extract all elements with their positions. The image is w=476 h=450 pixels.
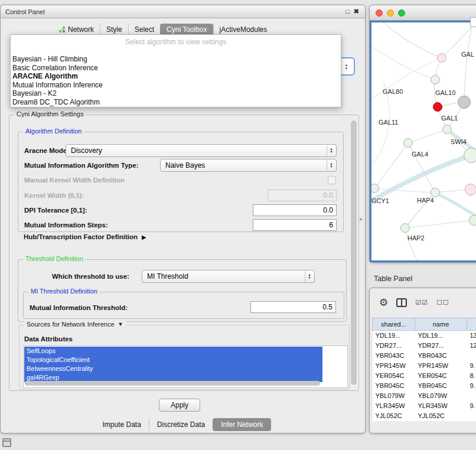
hub-definition-toggle[interactable]: Hub/Transcription Factor Definition ▶: [24, 233, 146, 240]
tab-impute-data[interactable]: Impute Data: [94, 418, 148, 431]
network-node[interactable]: [431, 75, 440, 84]
cell[interactable]: YDL19...: [415, 331, 467, 341]
cell[interactable]: 13: [467, 331, 476, 341]
list-horizontal-scrollbar[interactable]: [25, 381, 320, 386]
network-node[interactable]: [464, 148, 476, 163]
cell[interactable]: YDR27...: [373, 341, 415, 351]
which-threshold-select[interactable]: MI Threshold ▲▼: [142, 270, 315, 283]
table-row[interactable]: YBR043CYBR043C: [373, 351, 476, 361]
apply-button[interactable]: Apply: [159, 399, 200, 412]
column-header[interactable]: name: [415, 318, 467, 331]
float-window-icon[interactable]: □: [345, 8, 350, 15]
cell[interactable]: YDR27...: [415, 341, 467, 351]
mi-steps-field[interactable]: 6: [253, 219, 337, 231]
network-node[interactable]: [400, 223, 410, 233]
cell[interactable]: YJL052C: [373, 411, 415, 421]
scrollbar-thumb[interactable]: [351, 120, 357, 385]
cell[interactable]: 9.: [467, 381, 476, 391]
table-row[interactable]: YDR27...YDR27...12: [373, 341, 476, 351]
settings-scrollbar[interactable]: [350, 119, 357, 386]
network-node[interactable]: [469, 215, 476, 226]
dropdown-item[interactable]: Basic Correlation Inference: [11, 64, 341, 73]
attribute-item-selected[interactable]: TopologicalCoefficient: [24, 356, 322, 364]
cell[interactable]: YLR345W: [373, 401, 415, 411]
table-row[interactable]: YDL19...YDL19...13: [373, 331, 476, 341]
table-row[interactable]: YPR145WYPR145W9.: [373, 361, 476, 371]
select-all-checks-icon[interactable]: ☑☑: [415, 299, 428, 306]
cell[interactable]: YBR043C: [373, 351, 415, 361]
network-node[interactable]: [458, 96, 471, 109]
cell[interactable]: YJL052C: [415, 411, 467, 421]
column-header[interactable]: shared...: [373, 318, 415, 331]
cell[interactable]: YER054C: [373, 371, 415, 381]
network-node[interactable]: [442, 125, 452, 134]
cell[interactable]: [467, 411, 476, 421]
dropdown-item[interactable]: Mutual Information Inference: [11, 81, 341, 90]
attribute-item-selected[interactable]: BetweennessCentrality: [24, 364, 322, 373]
mi-threshold-field[interactable]: 0.5: [250, 301, 336, 313]
minimize-button[interactable]: [387, 9, 394, 17]
dropdown-item-selected[interactable]: ARACNE Algorithm: [11, 72, 341, 81]
dropdown-item[interactable]: Dream8 DC_TDC Algorithm: [11, 98, 341, 107]
table-row[interactable]: YER054CYER054C8.: [373, 371, 476, 381]
kernel-width-field[interactable]: 0.0: [268, 190, 337, 201]
network-node[interactable]: [403, 138, 413, 148]
network-node[interactable]: [437, 53, 446, 63]
kernel-width-label: Kernel Width (0,1):: [24, 192, 84, 199]
attribute-item-selected[interactable]: SelfLoops: [24, 347, 322, 356]
tab-network[interactable]: Network: [53, 24, 100, 35]
table-row[interactable]: YLR345WYLR345W9.: [373, 401, 476, 411]
clear-all-checks-icon[interactable]: ☐☐: [436, 299, 449, 306]
network-node[interactable]: [431, 188, 440, 197]
cell[interactable]: [467, 351, 476, 361]
zoom-button[interactable]: [398, 9, 405, 17]
tab-style[interactable]: Style: [100, 24, 128, 35]
tab-jactivemodules[interactable]: jActiveModules: [213, 24, 273, 35]
cell[interactable]: YBL079W: [415, 391, 467, 401]
cell[interactable]: YBR045C: [373, 381, 415, 391]
cell[interactable]: YBR045C: [415, 381, 467, 391]
cell[interactable]: YLR345W: [415, 401, 467, 411]
cell[interactable]: 8.: [467, 371, 476, 381]
table-row[interactable]: YBR045CYBR045C9.: [373, 381, 476, 391]
tab-infer-network[interactable]: Infer Network: [213, 418, 270, 431]
cell[interactable]: YDL19...: [373, 331, 415, 341]
aracne-mode-select[interactable]: Discovery ▲▼: [66, 144, 337, 157]
cell[interactable]: [467, 391, 476, 401]
cell[interactable]: YBR043C: [415, 351, 467, 361]
gear-icon[interactable]: ⚙: [379, 296, 388, 309]
sources-toggle[interactable]: Sources for Network Inference ▼: [24, 321, 126, 328]
network-node[interactable]: [370, 184, 379, 193]
docked-panel-icon[interactable]: [2, 438, 11, 447]
cell[interactable]: YER054C: [415, 371, 467, 381]
cell[interactable]: YPR145W: [373, 361, 415, 371]
tab-discretize-data[interactable]: Discretize Data: [149, 418, 213, 431]
tab-cyni-toolbox[interactable]: Cyni Toolbox: [160, 24, 213, 35]
table-panel-window: ⚙ ☑☑ ☐☐ shared... name YDL19...YDL19...1…: [369, 288, 476, 433]
mi-type-select[interactable]: Naive Bayes ▲▼: [160, 159, 337, 172]
column-header[interactable]: [467, 318, 476, 331]
which-threshold-value: MI Threshold: [147, 272, 188, 281]
close-button[interactable]: [376, 9, 383, 17]
cell[interactable]: 12: [467, 341, 476, 351]
cell[interactable]: 9.: [467, 401, 476, 411]
network-node[interactable]: [465, 184, 476, 195]
panel-splitter-handle[interactable]: ▲: [358, 216, 363, 221]
close-window-icon[interactable]: ✖: [354, 8, 359, 15]
dropdown-item[interactable]: Bayesian - Hill Climbing: [11, 55, 341, 64]
network-window-titlebar[interactable]: [370, 5, 476, 21]
table-row[interactable]: YBL079WYBL079W: [373, 391, 476, 401]
manual-kernel-checkbox[interactable]: [328, 176, 336, 184]
cell[interactable]: YBL079W: [373, 391, 415, 401]
network-canvas[interactable]: GAL GAL80 GAL10 GAL11 GAL1 SWI4 GAL4 GCY…: [370, 21, 476, 262]
columns-icon[interactable]: [396, 298, 407, 307]
cell[interactable]: 9.: [467, 361, 476, 371]
dropdown-item[interactable]: Bayesian - K2: [11, 89, 341, 98]
attribute-list[interactable]: SelfLoops TopologicalCoefficient Between…: [23, 345, 348, 388]
cell[interactable]: YPR145W: [415, 361, 467, 371]
tab-select[interactable]: Select: [128, 24, 160, 35]
dpi-tolerance-field[interactable]: 0.0: [253, 204, 337, 216]
control-panel-titlebar[interactable]: Control Panel □ ✖: [1, 5, 365, 18]
table-row[interactable]: YJL052CYJL052C: [373, 411, 476, 421]
network-node-selected[interactable]: [433, 102, 442, 112]
